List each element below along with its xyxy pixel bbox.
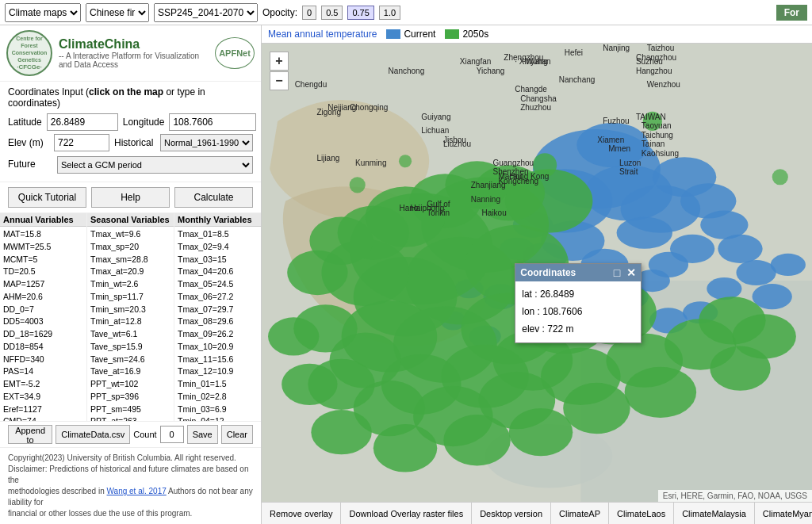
- svg-point-79: [643, 112, 662, 131]
- variables-section: Annual Variables MAT=15.8 MWMT=25.5 MCMT…: [0, 213, 261, 422]
- list-item: Tmin_sm=20.3: [90, 304, 170, 316]
- coordinates-section: Coordinates Input (click on the map or t…: [0, 82, 261, 182]
- append-to-button[interactable]: Append to: [8, 425, 52, 444]
- brand-name: ClimateChina: [59, 37, 215, 52]
- list-item: MCMT=5: [3, 254, 83, 266]
- list-item: Tmin_sp=11.7: [90, 291, 170, 304]
- list-item: PAS=14: [3, 365, 83, 378]
- left-panel: Centre forForestConservationGenetics·CFC…: [0, 25, 262, 524]
- brand-subtitle: -- A Interactive Platform for Visualizat…: [59, 52, 215, 69]
- map-legend: Mean annual temperature Current 2050s: [262, 25, 812, 44]
- list-item: Tmax_07=29.7: [178, 304, 258, 316]
- list-item: Tmax_12=10.9: [178, 365, 258, 378]
- opacity-05-btn[interactable]: 0.5: [321, 6, 343, 20]
- list-item: PPT_sp=396: [90, 391, 170, 404]
- top-bar: Climate maps Chinese fir SSP245_2041-207…: [0, 0, 812, 25]
- popup-lat: lat : 26.8489: [522, 286, 634, 304]
- climate-type-select[interactable]: Climate maps: [5, 3, 81, 22]
- climate-myanmar-button[interactable]: ClimateMyanmar: [755, 503, 812, 524]
- action-buttons: Quick Tutorial Help Calculate: [0, 182, 261, 213]
- legend-title: Mean annual temperature: [268, 29, 377, 40]
- monthly-header: Monthly Variables: [174, 213, 261, 227]
- list-item: Tmax_01=8.5: [178, 228, 258, 241]
- download-overlay-button[interactable]: Download Overlay raster files: [341, 503, 472, 524]
- future-label: 2050s: [462, 29, 488, 40]
- map-container[interactable]: Xiangfan · Xinyang Hefei Nanjing Taizhou…: [262, 44, 812, 502]
- opacity-1-btn[interactable]: 1.0: [379, 6, 400, 20]
- list-item: Eref=1127: [3, 404, 83, 416]
- list-item: Tmin_wt=2.6: [90, 278, 170, 291]
- lon-label: Longitude: [123, 117, 165, 128]
- opacity-label: Opocity:: [262, 7, 297, 18]
- list-item: Tmax_06=27.2: [178, 291, 258, 304]
- list-item: Tmin_04=12: [178, 415, 258, 421]
- svg-point-23: [707, 277, 741, 300]
- climate-ap-button[interactable]: ClimateAP: [551, 503, 609, 524]
- zoom-out-button[interactable]: −: [270, 71, 289, 90]
- list-item: Tmin_at=12.8: [90, 316, 170, 328]
- list-item: CMD=74: [3, 415, 83, 421]
- zoom-in-button[interactable]: +: [270, 52, 289, 71]
- elev-input[interactable]: [54, 134, 109, 151]
- list-item: Tmax_11=15.6: [178, 354, 258, 366]
- elev-row: Elev (m) Historical Normal_1961-1990 Nor…: [8, 134, 253, 151]
- svg-point-80: [772, 169, 788, 185]
- annual-variables-col: Annual Variables MAT=15.8 MWMT=25.5 MCMT…: [0, 213, 87, 421]
- climate-data-button[interactable]: ClimateData.csv: [56, 425, 130, 444]
- count-label: Count: [133, 430, 156, 439]
- future-row: Future Select a GCM period SSP126_2041-2…: [8, 155, 253, 174]
- current-label: Current: [404, 29, 435, 40]
- remove-overlay-button[interactable]: Remove overlay: [262, 503, 341, 524]
- save-button[interactable]: Save: [187, 425, 218, 444]
- species-select[interactable]: Chinese fir: [86, 3, 149, 22]
- svg-point-63: [373, 424, 437, 472]
- calculate-button[interactable]: Calculate: [174, 187, 253, 208]
- svg-point-8: [576, 123, 649, 167]
- svg-point-22: [736, 260, 776, 285]
- climate-malaysia-button[interactable]: ClimateMalaysia: [674, 503, 755, 524]
- zoom-controls: + −: [270, 52, 289, 90]
- list-item: MWMT=25.5: [3, 241, 83, 254]
- help-button[interactable]: Help: [91, 187, 170, 208]
- list-item: AHM=20.6: [3, 291, 83, 304]
- ssp-period-select[interactable]: SSP245_2041-2070: [154, 3, 258, 22]
- desktop-version-button[interactable]: Desktop version: [472, 503, 551, 524]
- quick-tutorial-button[interactable]: Quick Tutorial: [8, 187, 86, 208]
- lat-input[interactable]: [47, 113, 118, 131]
- seasonal-header: Seasonal Variables: [87, 213, 174, 227]
- coordinates-popup: Coordinates □ ✕ lat : 26.8489 lon : 108.…: [515, 263, 642, 343]
- list-item: DD_18=1629: [3, 328, 83, 341]
- svg-point-10: [617, 217, 672, 249]
- elev-label: Elev (m): [8, 137, 49, 148]
- copyright-line1: Copyright(2023) University of British Co…: [8, 453, 253, 464]
- svg-point-66: [268, 317, 319, 355]
- wang-2017-link[interactable]: Wang et al. 2017: [107, 487, 167, 495]
- future-gcm-select[interactable]: Select a GCM period SSP126_2041-2070 SSP…: [57, 156, 253, 174]
- svg-point-60: [563, 383, 630, 434]
- svg-point-82: [350, 177, 366, 193]
- clear-button[interactable]: Clear: [221, 425, 253, 444]
- opacity-0-btn[interactable]: 0: [302, 6, 316, 20]
- future-label: Future: [8, 159, 52, 170]
- svg-point-59: [625, 367, 697, 418]
- svg-point-78: [533, 153, 557, 177]
- list-item: Tave_wt=6.1: [90, 328, 170, 341]
- lon-input[interactable]: [169, 113, 256, 131]
- climate-laos-button[interactable]: ClimateLaos: [609, 503, 674, 524]
- for-button[interactable]: For: [776, 5, 807, 21]
- annual-header: Annual Variables: [0, 213, 86, 227]
- seasonal-list: Tmax_wt=9.6 Tmax_sp=20 Tmax_sm=28.8 Tmax…: [87, 227, 174, 421]
- bottom-action-bar: Remove overlay Download Overlay raster f…: [262, 502, 812, 524]
- popup-title: Coordinates □ ✕: [515, 264, 641, 281]
- svg-point-64: [311, 410, 371, 454]
- list-item: Tave_at=16.9: [90, 365, 170, 378]
- popup-minimize-button[interactable]: □: [614, 266, 620, 279]
- list-item: Tmax_wt=9.6: [90, 228, 170, 241]
- count-input[interactable]: [160, 426, 184, 443]
- opacity-075-btn[interactable]: 0.75: [347, 6, 373, 20]
- popup-close-button[interactable]: ✕: [626, 266, 636, 279]
- historical-select[interactable]: Normal_1961-1990 Normal_1981-2010: [160, 134, 253, 151]
- monthly-variables-col: Monthly Variables Tmax_01=8.5 Tmax_02=9.…: [174, 213, 261, 421]
- list-item: DD18=854: [3, 341, 83, 354]
- map-area: Mean annual temperature Current 2050s: [262, 25, 812, 524]
